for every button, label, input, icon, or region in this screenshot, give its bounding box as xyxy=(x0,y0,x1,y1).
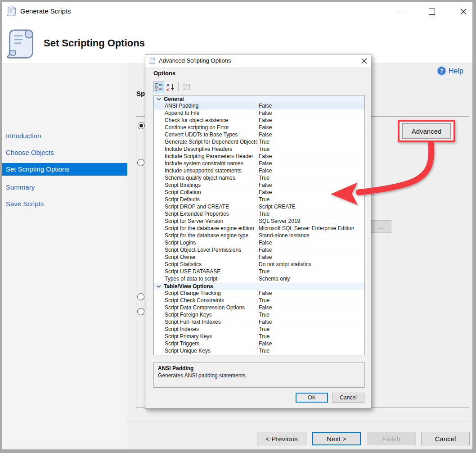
property-value: False xyxy=(257,319,364,326)
property-row[interactable]: Script Check ConstraintsTrue xyxy=(154,297,364,304)
options-label: Options xyxy=(153,70,175,77)
description-text: Generates ANSI padding statements. xyxy=(158,372,360,379)
property-row[interactable]: Schema qualify object names.True xyxy=(154,175,364,182)
property-row[interactable]: Continue scripting on ErrorFalse xyxy=(154,124,364,131)
property-row[interactable]: Script Data Compression OptionsFalse xyxy=(154,304,364,312)
property-row[interactable]: Include Scripting Parameters HeaderFalse xyxy=(154,153,364,160)
property-name: Include Descriptive Headers xyxy=(154,146,257,153)
sidebar-item-save-scripts[interactable]: Save Scripts xyxy=(2,198,127,210)
property-row[interactable]: Check for object existenceFalse xyxy=(154,117,364,124)
dialog-cancel-button[interactable]: Cancel xyxy=(332,393,364,403)
property-name: Script Indexes xyxy=(154,326,257,333)
property-row[interactable]: Include unsupported statementsFalse xyxy=(154,168,364,175)
property-grid: GeneralANSI PaddingFalseAppend to FileFa… xyxy=(153,95,365,355)
property-value: True xyxy=(257,146,364,153)
help-label: Help xyxy=(449,67,463,75)
script-scroll-icon-small xyxy=(149,57,156,64)
property-name: Script Primary Keys xyxy=(154,333,257,340)
property-value: False xyxy=(257,182,364,189)
property-name: Script Object-Level Permissions xyxy=(154,247,257,254)
property-row[interactable]: Script IndexesTrue xyxy=(154,326,364,333)
property-value: SQL Server 2019 xyxy=(257,218,364,225)
property-row[interactable]: Script DROP and CREATEScript CREATE xyxy=(154,204,364,211)
property-row[interactable]: Script for the database engine editionMi… xyxy=(154,225,364,232)
property-row[interactable]: Script Change TrackingFalse xyxy=(154,290,364,297)
chevron-down-icon[interactable] xyxy=(157,285,161,288)
property-name: Append to File xyxy=(154,110,257,117)
categorized-icon[interactable] xyxy=(153,82,164,92)
radio-option-4[interactable] xyxy=(137,308,144,315)
radio-option-2[interactable] xyxy=(137,159,144,166)
script-scroll-icon-large xyxy=(4,25,38,63)
radio-option-1[interactable] xyxy=(138,122,145,129)
property-value: False xyxy=(257,153,364,160)
property-value: True xyxy=(257,297,364,304)
property-name: Script Defaults xyxy=(154,196,257,203)
property-name: Script for the database engine edition xyxy=(154,225,257,232)
property-row[interactable]: Include system constraint namesFalse xyxy=(154,160,364,168)
property-row[interactable]: Script OwnerFalse xyxy=(154,254,364,261)
property-value: False xyxy=(257,240,364,246)
property-value: False xyxy=(257,168,364,174)
toolbar-separator xyxy=(178,82,179,91)
alphabetical-sort-icon[interactable]: A Z xyxy=(165,82,176,92)
property-value: False xyxy=(257,117,364,124)
property-value: False xyxy=(257,189,364,196)
property-value: True xyxy=(257,196,364,203)
property-row[interactable]: Script BindingsFalse xyxy=(154,182,364,189)
ok-button[interactable]: OK xyxy=(296,393,328,403)
property-value: True xyxy=(257,175,364,181)
page-title: Set Scripting Options xyxy=(44,37,145,49)
help-link[interactable]: ? Help xyxy=(437,66,463,76)
property-value: True xyxy=(257,333,364,340)
property-row[interactable]: Script StatisticsDo not script statistic… xyxy=(154,261,364,268)
wizard-cancel-button[interactable]: Cancel xyxy=(421,432,470,445)
property-value: False xyxy=(257,254,364,261)
property-row[interactable]: Convert UDDTs to Base TypesFalse xyxy=(154,131,364,139)
radio-option-3[interactable] xyxy=(137,293,144,300)
property-row[interactable]: Script USE DATABASETrue xyxy=(154,268,364,276)
finish-button: Finish xyxy=(367,432,416,445)
property-row[interactable]: Generate Script for Dependent ObjectsTru… xyxy=(154,139,364,146)
property-row[interactable]: Types of data to scriptSchema only xyxy=(154,276,364,283)
category-row[interactable]: General xyxy=(154,95,364,103)
close-button[interactable] xyxy=(457,6,470,18)
property-value: False xyxy=(257,131,364,138)
chevron-down-icon[interactable] xyxy=(157,98,161,101)
property-row[interactable]: Script for the database engine typeStand… xyxy=(154,232,364,240)
property-row[interactable]: Script Unique KeysTrue xyxy=(154,348,364,355)
sidebar-item-choose-objects[interactable]: Choose Objects xyxy=(2,146,127,159)
property-row[interactable]: Include Descriptive HeadersTrue xyxy=(154,146,364,153)
property-row[interactable]: Script Object-Level PermissionsFalse xyxy=(154,247,364,254)
property-row[interactable]: Script Full-Text IndexesFalse xyxy=(154,319,364,326)
property-row[interactable]: Append to FileFalse xyxy=(154,110,364,117)
dialog-close-button[interactable] xyxy=(359,57,368,65)
property-name: ANSI Padding xyxy=(154,103,257,109)
property-row[interactable]: Script DefaultsTrue xyxy=(154,196,364,204)
sidebar-item-set-scripting-options[interactable]: Set Scripting Options xyxy=(2,163,127,176)
browse-button[interactable]: ... xyxy=(370,220,391,233)
property-row[interactable]: Script Foreign KeysTrue xyxy=(154,312,364,319)
property-name: Script Extended Properties xyxy=(154,211,257,217)
property-row[interactable]: Script LoginsFalse xyxy=(154,240,364,247)
property-row[interactable]: Script CollationFalse xyxy=(154,189,364,196)
sidebar-item-summary[interactable]: Summary xyxy=(2,181,127,194)
svg-text:Z: Z xyxy=(166,87,169,91)
sidebar-item-introduction[interactable]: Introduction xyxy=(2,130,127,142)
property-row[interactable]: ANSI PaddingFalse xyxy=(154,103,364,110)
category-label: General xyxy=(164,95,184,103)
previous-button[interactable]: < Previous xyxy=(257,432,306,445)
property-description-panel: ANSI Padding Generates ANSI padding stat… xyxy=(153,362,365,388)
property-name: Check for object existence xyxy=(154,117,257,124)
category-row[interactable]: Table/View Options xyxy=(154,283,364,290)
property-row[interactable]: Script Primary KeysTrue xyxy=(154,333,364,340)
next-button[interactable]: Next > xyxy=(312,432,361,445)
property-row[interactable]: Script TriggersFalse xyxy=(154,340,364,348)
property-name: Script for the database engine type xyxy=(154,232,257,239)
property-row[interactable]: Script for Server VersionSQL Server 2019 xyxy=(154,218,364,225)
maximize-button[interactable] xyxy=(425,6,439,18)
property-row[interactable]: Script Extended PropertiesTrue xyxy=(154,211,364,218)
minimize-button[interactable] xyxy=(394,6,407,18)
property-name: Types of data to script xyxy=(154,276,257,282)
property-name: Script DROP and CREATE xyxy=(154,204,257,210)
